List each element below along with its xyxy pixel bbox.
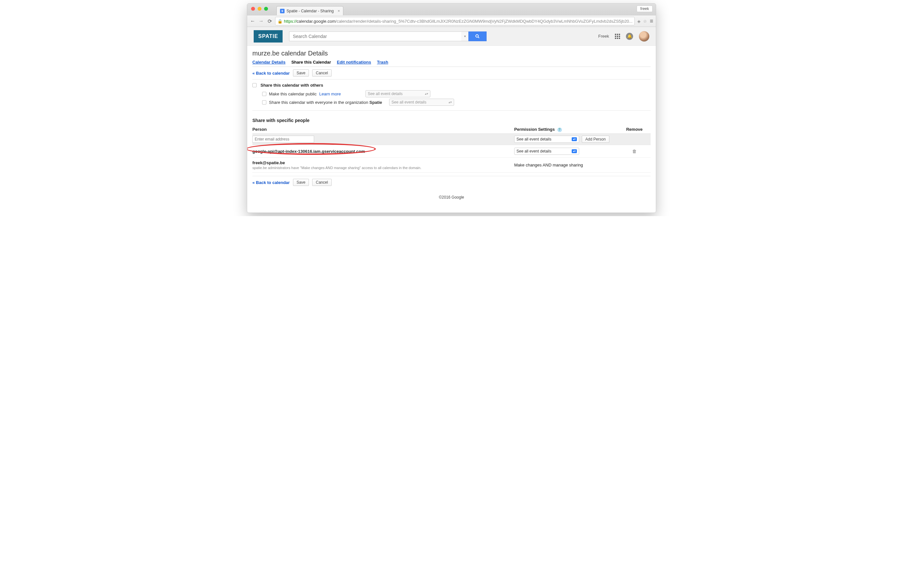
url-host: calendar.google.com [297, 19, 335, 24]
bookmark-star-icon[interactable]: ☆ [643, 19, 647, 24]
select-arrows-icon: ▴▾ [425, 92, 428, 96]
col-person: Person [252, 127, 514, 132]
org-permission-value: See all event details [392, 100, 426, 105]
browser-profile-button[interactable]: freek [637, 6, 653, 12]
org-permission-select: See all event details ▴▾ [389, 99, 454, 106]
action-bar-bottom: « Back to calendar Save Cancel [252, 176, 651, 188]
cancel-button[interactable]: Cancel [312, 69, 331, 77]
add-person-button[interactable]: Add Person [582, 136, 609, 143]
email-input[interactable] [252, 136, 314, 143]
brand-logo[interactable]: SPATIE [254, 30, 283, 42]
page-content: murze.be calendar Details Calendar Detai… [247, 46, 656, 213]
search-icon [475, 34, 480, 39]
close-window-icon[interactable] [251, 7, 255, 11]
person-cell: freek@spatie.be spatie.be administrators… [252, 160, 514, 170]
url-path: /calendar/render#details-sharing_5%7Cdtv… [335, 19, 632, 24]
row-permission-value: See all event details [516, 149, 551, 154]
apps-grid-icon[interactable] [615, 34, 620, 39]
new-permission-value: See all event details [516, 137, 551, 141]
search-dropdown-icon[interactable]: ▾ [461, 31, 469, 41]
search-input[interactable] [289, 31, 461, 41]
row-permission-text: Make changes AND manage sharing [514, 163, 618, 168]
save-button[interactable]: Save [293, 179, 309, 186]
translate-icon[interactable]: ◈ [637, 19, 640, 24]
url-field[interactable]: 🔒 https://calendar.google.com/calendar/r… [275, 17, 635, 25]
window-controls [251, 7, 268, 11]
person-row: google-api@apt-index-130616.iam.gservice… [252, 145, 651, 158]
share-with-others-section: Share this calendar with others Make thi… [252, 80, 651, 111]
notifications-icon[interactable]: 🔔 [626, 33, 633, 40]
person-email: google-api@apt-index-130616.iam.gservice… [252, 149, 514, 154]
nav-forward-icon: → [258, 18, 264, 24]
browser-tab[interactable]: 9 Spatie - Calendar - Sharing × [277, 6, 343, 15]
make-public-checkbox[interactable] [262, 92, 266, 96]
share-org-label: Share this calendar with everyone in the… [269, 100, 382, 105]
app-header: SPATIE ▾ Freek 🔔 [247, 27, 656, 46]
tab-calendar-details[interactable]: Calendar Details [252, 60, 286, 64]
search-box: ▾ [289, 31, 486, 41]
cancel-button[interactable]: Cancel [312, 179, 331, 186]
footer-text: ©2016 Google [252, 188, 651, 206]
user-name[interactable]: Freek [598, 34, 609, 39]
make-public-label: Make this calendar public [269, 91, 317, 96]
share-others-checkbox[interactable] [252, 83, 256, 87]
person-email: freek@spatie.be [252, 160, 514, 165]
browser-window: 9 Spatie - Calendar - Sharing × freek ← … [247, 3, 656, 213]
nav-reload-icon[interactable]: ⟳ [267, 18, 272, 24]
url-actions: ◈ ☆ [637, 19, 647, 24]
share-others-title: Share this calendar with others [261, 83, 323, 88]
learn-more-link[interactable]: Learn more [319, 91, 341, 96]
share-add-row: See all event details ▴▾ Add Person [252, 133, 651, 145]
share-org-checkbox[interactable] [262, 100, 266, 105]
header-right: Freek 🔔 [598, 31, 649, 42]
save-button[interactable]: Save [293, 69, 309, 77]
url-scheme: https:// [284, 19, 297, 24]
tab-title: Spatie - Calendar - Sharing [286, 9, 334, 13]
public-permission-select: See all event details ▴▾ [365, 90, 430, 97]
svg-point-0 [476, 34, 478, 37]
page-subtabs: Calendar Details Share this Calendar Edi… [252, 58, 651, 67]
select-arrows-icon: ▴▾ [448, 100, 452, 104]
browser-toolbar: ← → ⟳ 🔒 https://calendar.google.com/cale… [247, 15, 656, 27]
person-row: freek@spatie.be spatie.be administrators… [252, 158, 651, 172]
browser-menu-icon[interactable]: ≡ [650, 18, 653, 25]
tab-edit-notifications[interactable]: Edit notifications [337, 60, 371, 64]
chrome-tab-bar: 9 Spatie - Calendar - Sharing × freek [247, 3, 656, 15]
col-remove: Remove [626, 127, 643, 132]
share-table-header: Person Permission Settings ? Remove [252, 125, 651, 133]
row-permission-select[interactable]: See all event details ▴▾ [514, 147, 579, 155]
maximize-window-icon[interactable] [264, 7, 268, 11]
back-to-calendar-link[interactable]: « Back to calendar [252, 71, 290, 75]
action-bar-top: « Back to calendar Save Cancel [252, 67, 651, 80]
col-permission: Permission Settings ? [514, 127, 618, 132]
share-others-title-row: Share this calendar with others [252, 83, 651, 88]
select-arrows-icon: ▴▾ [572, 137, 577, 141]
remove-person-icon[interactable]: 🗑 [632, 149, 637, 154]
share-specific-section: Share with specific people Person Permis… [252, 111, 651, 176]
org-name: Spatie [369, 100, 382, 105]
admin-note: spatie.be administrators have "Make chan… [252, 166, 514, 170]
calendar-favicon-icon: 9 [280, 9, 285, 13]
back-to-calendar-link[interactable]: « Back to calendar [252, 180, 290, 185]
nav-back-icon[interactable]: ← [250, 18, 256, 24]
lock-icon: 🔒 [277, 19, 283, 24]
minimize-window-icon[interactable] [258, 7, 261, 11]
search-button[interactable] [469, 31, 486, 41]
help-icon[interactable]: ? [557, 127, 562, 132]
svg-line-1 [478, 37, 480, 38]
share-specific-title: Share with specific people [252, 118, 651, 123]
tab-trash[interactable]: Trash [377, 60, 388, 64]
page-title: murze.be calendar Details [252, 50, 651, 57]
select-arrows-icon: ▴▾ [572, 149, 577, 153]
new-permission-select[interactable]: See all event details ▴▾ [514, 136, 579, 143]
avatar[interactable] [639, 31, 649, 42]
tab-close-icon[interactable]: × [338, 9, 340, 13]
tab-share-calendar[interactable]: Share this Calendar [291, 60, 331, 64]
public-permission-value: See all event details [368, 91, 403, 96]
